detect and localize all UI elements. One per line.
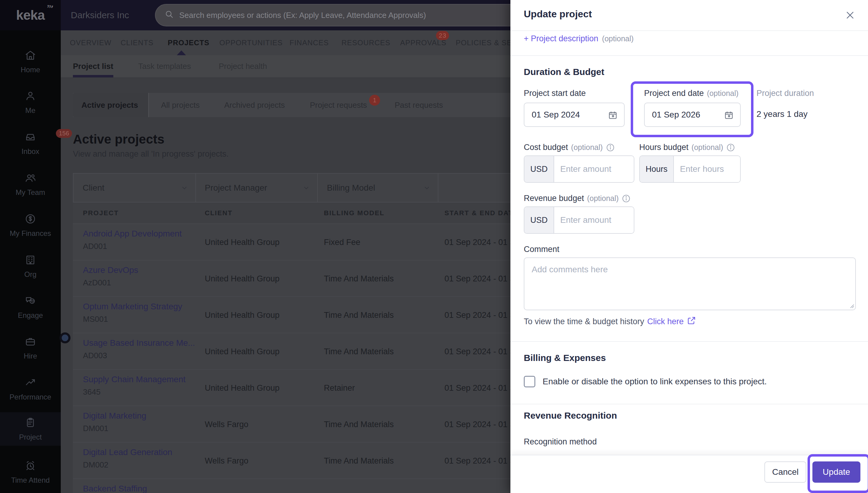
sidebar-item-label: Performance <box>9 393 51 401</box>
global-search-input[interactable]: Search employees or actions (Ex: Apply L… <box>155 4 532 26</box>
project-name-link[interactable]: Usage Based Insurance Me... <box>83 338 195 348</box>
resize-handle-icon[interactable] <box>848 302 855 310</box>
filter-dropdown-client[interactable]: Client <box>83 174 104 202</box>
sidebar-item-me[interactable]: Me <box>0 86 61 119</box>
add-project-description-link[interactable]: + Project description <box>524 34 598 43</box>
filter-tab-active-projects[interactable]: Active projects <box>81 93 138 117</box>
modal-footer: Cancel Update <box>511 455 868 493</box>
tab-clients[interactable]: CLIENTS <box>121 30 153 55</box>
sidebar-item-label: Me <box>25 106 35 115</box>
dates-cell: 01 Sep 2024 - 01 Se <box>445 406 520 443</box>
sidebar-item-project[interactable]: Project <box>0 412 61 446</box>
billing-model-cell: Time And Materials <box>324 443 394 479</box>
start-date-label: Project start date <box>524 89 586 98</box>
project-requests-badge: 1 <box>369 95 380 106</box>
hours-budget-input[interactable] <box>674 156 740 182</box>
cost-budget-input[interactable] <box>554 156 634 182</box>
sidebar-item-performance[interactable]: Performance <box>0 372 61 406</box>
filter-dropdown-project-manager[interactable]: Project Manager <box>205 174 267 202</box>
billing-model-cell: Time And Materials <box>324 406 394 443</box>
update-project-modal: Update project + Project description (op… <box>511 0 868 493</box>
billing-model-cell: Time And Materials <box>324 479 394 493</box>
filter-dropdown-billing-model[interactable]: Billing Model <box>327 174 375 202</box>
sidebar-item-org[interactable]: Org <box>0 250 61 283</box>
info-icon[interactable] <box>606 143 615 152</box>
subtab-task-templates[interactable]: Task templates <box>138 55 191 78</box>
hire-icon <box>24 336 37 349</box>
project-name-link[interactable]: Azure DevOps <box>83 265 138 275</box>
project-name-link[interactable]: Digital Lead Generation <box>83 448 172 457</box>
history-click-here-link[interactable]: Click here <box>647 317 684 326</box>
modal-divider <box>511 341 868 342</box>
project-name-link[interactable]: Optum Marketing Strategy <box>83 302 182 312</box>
client-cell: United Health Group <box>205 260 280 297</box>
search-placeholder: Search employees or actions (Ex: Apply L… <box>179 10 426 20</box>
time-attend-icon <box>24 459 37 473</box>
close-icon[interactable] <box>843 8 857 22</box>
calendar-icon[interactable] <box>607 110 618 122</box>
cancel-button[interactable]: Cancel <box>764 462 806 483</box>
left-sidebar: HomeMe156InboxMy TeamMy FinancesOrgEngag… <box>0 30 61 493</box>
project-code: DM002 <box>83 460 108 470</box>
update-button[interactable]: Update <box>812 462 861 483</box>
end-date-input[interactable] <box>645 110 721 120</box>
subtab-project-health[interactable]: Project health <box>219 55 267 78</box>
chevron-down-icon[interactable] <box>423 184 431 193</box>
sidebar-item-label: Home <box>21 66 40 74</box>
project-icon <box>24 416 37 430</box>
client-cell: Wells Fargo <box>205 443 249 479</box>
project-code: 3645 <box>83 387 101 397</box>
project-name-link[interactable]: Backend Staffing <box>83 484 147 493</box>
billing-model-cell: Retainer <box>324 370 355 406</box>
end-date-field[interactable] <box>644 103 741 127</box>
link-expenses-label: Enable or disable the option to link exp… <box>543 377 767 386</box>
project-name-link[interactable]: Supply Chain Management <box>83 374 186 384</box>
tab-finances[interactable]: FINANCES <box>290 30 329 55</box>
info-icon[interactable] <box>726 143 735 152</box>
revenue-recognition-heading: Revenue Recognition <box>524 410 617 421</box>
filter-tab-past-requests[interactable]: Past requests <box>395 93 443 117</box>
sidebar-item-label: Time Attend <box>11 476 49 485</box>
link-expenses-checkbox[interactable] <box>524 376 535 387</box>
start-date-field[interactable] <box>524 103 625 127</box>
project-name-link[interactable]: Android App Development <box>83 229 182 239</box>
cost-budget-field: USD <box>524 155 634 183</box>
sidebar-item-hire[interactable]: Hire <box>0 331 61 365</box>
logo-spark-icon: ”′ <box>46 3 53 14</box>
comment-textarea[interactable] <box>524 257 856 310</box>
filter-tab-all-projects[interactable]: All projects <box>161 93 200 117</box>
filter-tab-project-requests[interactable]: Project requests <box>310 93 367 117</box>
tab-resources[interactable]: RESOURCES <box>342 30 390 55</box>
page-subtitle: View and manage all 'In progress' projec… <box>73 149 229 159</box>
chevron-down-icon[interactable] <box>302 184 310 193</box>
sidebar-item-home[interactable]: Home <box>0 45 61 78</box>
tab-overview[interactable]: OVERVIEW <box>70 30 111 55</box>
tab-projects[interactable]: PROJECTS <box>168 30 209 55</box>
info-icon[interactable] <box>622 194 631 203</box>
tab-opportunities[interactable]: OPPORTUNITIES <box>219 30 283 55</box>
filter-tab-archived-projects[interactable]: Archived projects <box>224 93 285 117</box>
billing-model-cell: Time And Materials <box>324 297 394 333</box>
revenue-budget-input[interactable] <box>554 207 634 233</box>
team-icon <box>24 172 37 185</box>
sidebar-item-inbox[interactable]: 156Inbox <box>0 127 61 160</box>
calendar-icon[interactable] <box>724 110 734 122</box>
sidebar-item-my-team[interactable]: My Team <box>0 168 61 201</box>
column-header-project: PROJECT <box>83 202 119 223</box>
app-logo[interactable]: keka ”′ <box>0 0 61 30</box>
sidebar-item-my-finances[interactable]: My Finances <box>0 209 61 242</box>
chevron-down-icon[interactable] <box>181 184 188 193</box>
notification-dot <box>60 333 70 343</box>
project-name-link[interactable]: Digital Marketing <box>83 411 146 421</box>
start-date-input[interactable] <box>524 110 603 120</box>
dates-cell: 01 Sep 2024 - 01 Se <box>445 260 520 297</box>
tab-approvals[interactable]: APPROVALS23 <box>400 30 447 55</box>
comment-label: Comment <box>524 245 559 254</box>
sidebar-item-engage[interactable]: Engage <box>0 291 61 324</box>
search-icon <box>165 10 174 21</box>
sidebar-item-time-attend[interactable]: Time Attend <box>0 455 61 489</box>
external-link-icon[interactable] <box>687 316 696 327</box>
company-name: Darksiders Inc <box>71 0 129 30</box>
duration-budget-heading: Duration & Budget <box>524 67 604 77</box>
subtab-project-list[interactable]: Project list <box>73 55 113 78</box>
